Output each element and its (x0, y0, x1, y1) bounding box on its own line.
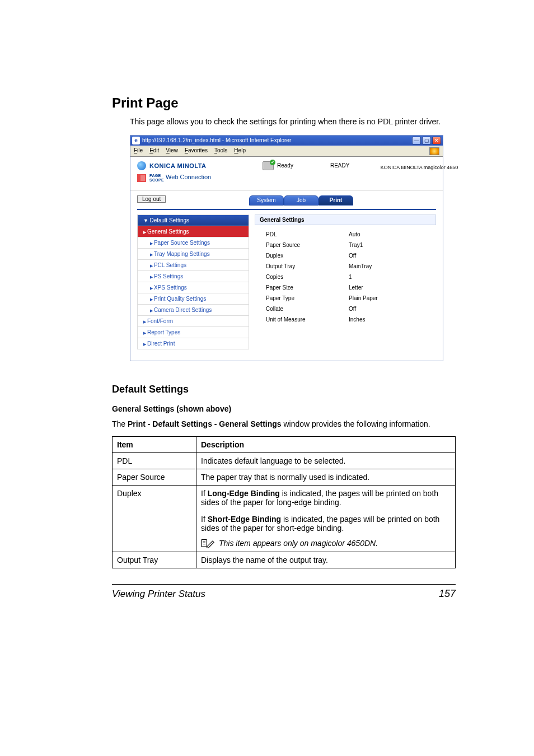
sidebar-item-ps-settings[interactable]: PS Settings (137, 271, 249, 282)
tab-underline (137, 209, 436, 210)
table-row: Paper SizeLetter (256, 283, 435, 292)
tab-bar: System Job Print (249, 195, 353, 206)
menu-help[interactable]: Help (234, 147, 246, 155)
note-icon (201, 538, 214, 548)
spec-table: Item Description PDL Indicates default l… (112, 436, 456, 568)
table-row: Unit of MeasureInches (256, 315, 435, 324)
table-row: Paper Source The paper tray that is norm… (113, 469, 456, 485)
brand-globe-icon (137, 161, 146, 170)
window-title: http://192.168.1.2/m_index.html - Micros… (142, 137, 291, 143)
table-row: CollateOff (256, 304, 435, 314)
table-row: Copies1 (256, 272, 435, 282)
sidebar-item-direct-print[interactable]: Direct Print (137, 338, 249, 349)
table-row: Paper TypePlain Paper (256, 293, 435, 303)
sidebar: Default Settings General Settings Paper … (137, 214, 249, 349)
ie-throbber-icon (429, 147, 439, 155)
sidebar-item-xps-settings[interactable]: XPS Settings (137, 282, 249, 293)
model-label: KONICA MINOLTA magicolor 4650 (363, 161, 458, 170)
table-row: Paper SourceTray1 (256, 240, 435, 250)
brand-name: KONICA MINOLTA (149, 162, 207, 169)
col-item: Item (113, 436, 196, 452)
menu-view[interactable]: View (166, 147, 178, 155)
general-settings-subheading: General Settings (shown above) (112, 404, 456, 413)
maximize-button[interactable]: ▢ (422, 137, 431, 144)
table-row: Output Tray Displays the name of the out… (113, 552, 456, 568)
window-titlebar: e http://192.168.1.2/m_index.html - Micr… (130, 136, 443, 146)
table-row: Output TrayMainTray (256, 262, 435, 271)
menu-bar: File Edit View Favorites Tools Help (130, 146, 443, 157)
browser-screenshot: e http://192.168.1.2/m_index.html - Micr… (130, 135, 443, 361)
status-small: Ready (277, 162, 293, 169)
body-paragraph: The Print - Default Settings - General S… (112, 419, 456, 430)
col-description: Description (196, 436, 456, 452)
panel-heading: General Settings (255, 214, 436, 225)
footer-title: Viewing Printer Status (112, 589, 205, 600)
section-title: Print Page (112, 95, 456, 111)
content-panel: General Settings PDLAuto Paper SourceTra… (255, 214, 436, 349)
intro-text: This page allows you to check the settin… (130, 116, 456, 127)
printer-ready-icon (263, 161, 274, 170)
tab-print[interactable]: Print (318, 195, 353, 206)
menu-edit[interactable]: Edit (149, 147, 159, 155)
logout-button[interactable]: Log out (137, 195, 166, 203)
table-row: DuplexOff (256, 251, 435, 260)
menu-file[interactable]: File (134, 147, 143, 155)
minimize-button[interactable]: ― (412, 137, 421, 144)
sidebar-item-tray-mapping-settings[interactable]: Tray Mapping Settings (137, 249, 249, 260)
note-text: This item appears only on magicolor 4650… (219, 539, 378, 548)
sidebar-item-font-form[interactable]: Font/Form (137, 316, 249, 327)
pagescope-label: PAGESCOPE Web Connection (149, 174, 211, 183)
sidebar-header[interactable]: Default Settings (137, 214, 249, 226)
sidebar-item-print-quality-settings[interactable]: Print Quality Settings (137, 293, 249, 305)
sidebar-item-paper-source-settings[interactable]: Paper Source Settings (137, 237, 249, 249)
table-row: Duplex If Long-Edge Binding is indicated… (113, 485, 456, 552)
pagescope-icon (137, 174, 146, 182)
table-row: PDL Indicates default language to be sel… (113, 452, 456, 469)
menu-favorites[interactable]: Favorites (185, 147, 208, 155)
sidebar-item-pcl-settings[interactable]: PCL Settings (137, 260, 249, 271)
status-big: READY (330, 162, 349, 169)
ie-icon: e (132, 137, 140, 144)
sidebar-item-report-types[interactable]: Report Types (137, 327, 249, 338)
default-settings-heading: Default Settings (112, 384, 456, 395)
menu-tools[interactable]: Tools (214, 147, 227, 155)
close-button[interactable]: ✕ (432, 137, 441, 144)
table-row: PDLAuto (256, 230, 435, 239)
page-number: 157 (439, 588, 456, 600)
sidebar-item-general-settings[interactable]: General Settings (137, 226, 249, 237)
tab-system[interactable]: System (249, 195, 284, 206)
footer-rule (112, 584, 456, 585)
tab-job[interactable]: Job (284, 195, 318, 206)
svg-rect-0 (202, 539, 207, 547)
sidebar-item-camera-direct-settings[interactable]: Camera Direct Settings (137, 305, 249, 316)
